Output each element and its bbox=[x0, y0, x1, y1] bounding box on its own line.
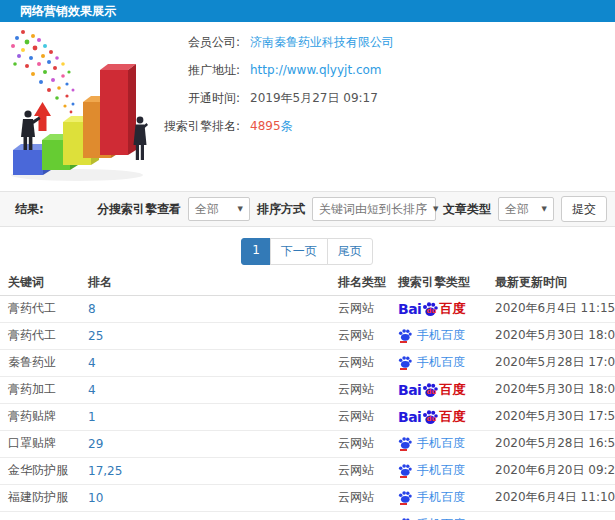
results-label: 结果: bbox=[15, 201, 44, 218]
table-row: 膏药贴牌 1 云网站 Bai du 百度 2020年5月30日 17:58 bbox=[0, 403, 615, 430]
results-filter-bar: 结果: 分搜索引擎查看 全部 ▼ 排序方式 关键词由短到长排序 ▼ 文章类型 全… bbox=[0, 191, 615, 227]
rank-link[interactable] bbox=[85, 511, 335, 520]
next-page-button[interactable]: 下一页 bbox=[270, 238, 328, 265]
promo-url-link[interactable]: http://www.qlyyjt.com bbox=[250, 63, 382, 77]
table-row: 福建防护服 10 云网站 手机百度 2020年6月4日 11:10 bbox=[0, 484, 615, 511]
keyword-cell: 金华防护服 bbox=[0, 457, 85, 484]
article-type-value: 全部 bbox=[505, 201, 529, 218]
submit-button[interactable]: 提交 bbox=[561, 196, 607, 222]
rank-type-cell: 云网站 bbox=[335, 322, 395, 349]
mobile-baidu-icon bbox=[398, 463, 412, 478]
rank-link[interactable]: 4 bbox=[85, 349, 335, 376]
rank-type-cell: 云网站 bbox=[335, 349, 395, 376]
member-company-link[interactable]: 济南秦鲁药业科技有限公司 bbox=[250, 34, 394, 51]
mobile-baidu-icon bbox=[398, 517, 412, 520]
table-row: 膏药加工 4 云网站 Bai du 百度 2020年5月30日 18:03 bbox=[0, 376, 615, 403]
caret-down-icon: ▼ bbox=[542, 205, 547, 213]
keyword-cell: 口罩贴牌 bbox=[0, 430, 85, 457]
table-row: 膏药代工 8 云网站 Bai du 百度 2020年6月4日 11:15 bbox=[0, 295, 615, 322]
updated-cell: 2020年5月30日 18:03 bbox=[492, 376, 615, 403]
promo-url-label: 推广地址: bbox=[156, 62, 240, 79]
member-company-row: 会员公司: 济南秦鲁药业科技有限公司 bbox=[156, 28, 394, 56]
rank-link[interactable]: 29 bbox=[85, 430, 335, 457]
baidu-logo: Bai du 百度 bbox=[398, 382, 465, 398]
confetti-dots bbox=[11, 30, 75, 113]
open-time-value: 2019年5月27日 09:17 bbox=[250, 90, 378, 107]
rank-count: 4895 bbox=[250, 119, 281, 133]
updated-cell bbox=[492, 511, 615, 520]
updated-cell: 2020年6月4日 11:10 bbox=[492, 484, 615, 511]
up-arrow-icon bbox=[34, 102, 51, 131]
updated-cell: 2020年6月4日 11:15 bbox=[492, 295, 615, 322]
col-header-engine-type: 搜索引擎类型 bbox=[395, 271, 492, 295]
mobile-baidu-icon bbox=[398, 490, 412, 505]
rank-type-cell: 云网站 bbox=[335, 295, 395, 322]
growth-chart-illustration bbox=[5, 28, 167, 187]
engine-cell: 手机百度 bbox=[395, 322, 492, 349]
rank-link[interactable]: 17,25 bbox=[85, 457, 335, 484]
ranking-table: 关键词 排名 排名类型 搜索引擎类型 最新更新时间 膏药代工 8 云网站 Bai… bbox=[0, 271, 615, 520]
keyword-cell: 秦鲁药业 bbox=[0, 349, 85, 376]
open-time-label: 开通时间: bbox=[156, 90, 240, 107]
engine-filter-select[interactable]: 全部 ▼ bbox=[188, 197, 250, 221]
company-info-panel: 会员公司: 济南秦鲁药业科技有限公司 推广地址: http://www.qlyy… bbox=[0, 22, 615, 186]
open-time-row: 开通时间: 2019年5月27日 09:17 bbox=[156, 84, 394, 112]
updated-cell: 2020年5月30日 18:06 bbox=[492, 322, 615, 349]
engine-cell: 手机百度 bbox=[395, 430, 492, 457]
engine-cell: Bai du 百度 bbox=[395, 376, 492, 403]
engine-cell: 手机百度 bbox=[395, 349, 492, 376]
keyword-cell: 膏药代工 bbox=[0, 295, 85, 322]
caret-down-icon: ▼ bbox=[238, 205, 243, 213]
table-row: 膏药代工 25 云网站 手机百度 2020年5月30日 18:06 bbox=[0, 322, 615, 349]
rank-type-cell: 云网站 bbox=[335, 376, 395, 403]
baidu-paw-icon: du bbox=[422, 382, 438, 398]
baidu-logo: Bai du 百度 bbox=[398, 301, 465, 317]
rank-link[interactable]: 1 bbox=[85, 403, 335, 430]
mobile-baidu-icon bbox=[398, 355, 412, 370]
mobile-baidu-logo: 手机百度 bbox=[398, 517, 465, 520]
keyword-cell: 膏药加工 bbox=[0, 376, 85, 403]
engine-cell: 手机百度 bbox=[395, 511, 492, 520]
table-row: 口罩贴牌 29 云网站 手机百度 2020年5月28日 16:55 bbox=[0, 430, 615, 457]
page-title-bar: 网络营销效果展示 bbox=[0, 0, 615, 22]
rank-link[interactable]: 8 bbox=[85, 295, 335, 322]
pagination: 1 下一页 尾页 bbox=[0, 238, 615, 265]
mobile-baidu-logo: 手机百度 bbox=[398, 355, 465, 370]
mobile-baidu-logo: 手机百度 bbox=[398, 436, 465, 451]
updated-cell: 2020年5月28日 16:55 bbox=[492, 430, 615, 457]
mobile-baidu-logo: 手机百度 bbox=[398, 328, 465, 343]
engine-filter-label: 分搜索引擎查看 bbox=[97, 201, 181, 218]
page-1-button[interactable]: 1 bbox=[241, 238, 271, 265]
table-row: 手机百度 bbox=[0, 511, 615, 520]
updated-cell: 2020年5月30日 17:58 bbox=[492, 403, 615, 430]
table-header-row: 关键词 排名 排名类型 搜索引擎类型 最新更新时间 bbox=[0, 271, 615, 295]
rank-type-cell bbox=[335, 511, 395, 520]
sort-label: 排序方式 bbox=[257, 201, 305, 218]
rank-link[interactable]: 25 bbox=[85, 322, 335, 349]
article-type-select[interactable]: 全部 ▼ bbox=[498, 197, 554, 221]
keyword-cell: 福建防护服 bbox=[0, 484, 85, 511]
col-header-rank-type: 排名类型 bbox=[335, 271, 395, 295]
engine-cell: 手机百度 bbox=[395, 457, 492, 484]
rank-type-cell: 云网站 bbox=[335, 457, 395, 484]
baidu-paw-icon: du bbox=[422, 409, 438, 425]
baidu-logo: Bai du 百度 bbox=[398, 409, 465, 425]
rank-link[interactable]: 10 bbox=[85, 484, 335, 511]
engine-cell: Bai du 百度 bbox=[395, 295, 492, 322]
sort-select[interactable]: 关键词由短到长排序 ▼ bbox=[312, 197, 436, 221]
rank-link[interactable]: 4 bbox=[85, 376, 335, 403]
caret-down-icon: ▼ bbox=[433, 205, 438, 213]
engine-rank-value: 4895条 bbox=[250, 118, 293, 135]
member-company-label: 会员公司: bbox=[156, 34, 240, 51]
sort-value: 关键词由短到长排序 bbox=[319, 201, 427, 218]
engine-rank-label: 搜索引擎排名: bbox=[156, 118, 240, 135]
engine-rank-row: 搜索引擎排名: 4895条 bbox=[156, 112, 394, 140]
engine-cell: 手机百度 bbox=[395, 484, 492, 511]
promo-url-row: 推广地址: http://www.qlyyjt.com bbox=[156, 56, 394, 84]
keyword-cell: 膏药代工 bbox=[0, 322, 85, 349]
col-header-rank: 排名 bbox=[85, 271, 335, 295]
page-title: 网络营销效果展示 bbox=[20, 4, 116, 18]
updated-cell: 2020年6月20日 09:25 bbox=[492, 457, 615, 484]
last-page-button[interactable]: 尾页 bbox=[327, 238, 373, 265]
ranking-table-wrap: 关键词 排名 排名类型 搜索引擎类型 最新更新时间 膏药代工 8 云网站 Bai… bbox=[0, 271, 615, 520]
